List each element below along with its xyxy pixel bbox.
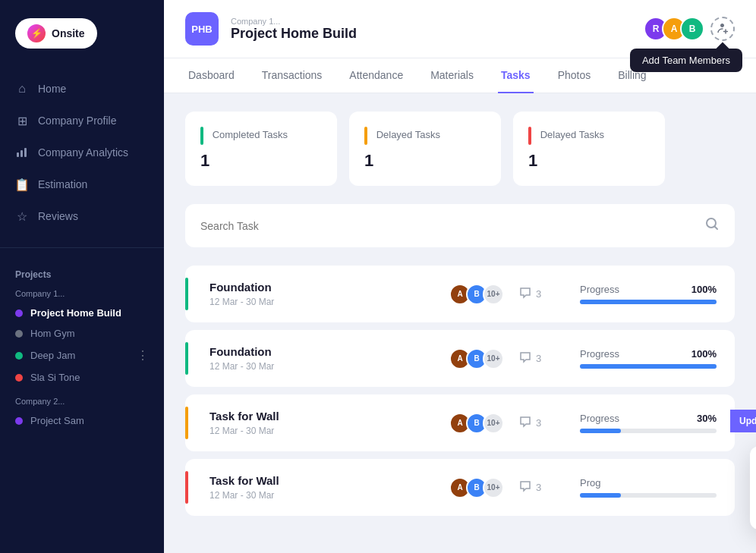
progress-bar-background xyxy=(580,364,717,369)
clipboard-icon: 📋 xyxy=(15,178,29,191)
projects-section: Projects Company 1... Project Home Build… xyxy=(0,257,164,443)
sidebar-item-company-analytics[interactable]: Company Analytics xyxy=(0,137,164,168)
progress-percent: 100% xyxy=(691,284,717,295)
sidebar-item-project-home-build[interactable]: Project Home Build xyxy=(15,303,149,323)
project-dot xyxy=(15,417,23,425)
task-avatar-more: 10+ xyxy=(483,477,504,498)
add-team-members-button[interactable] xyxy=(710,17,735,41)
tab-dashboard[interactable]: Dasboard xyxy=(185,58,238,93)
stat-indicator-yellow xyxy=(364,127,367,145)
task-info: Foundation 12 Mar - 30 Mar xyxy=(209,345,434,372)
sidebar-divider xyxy=(0,247,164,248)
progress-label: Progress xyxy=(580,284,619,295)
page-header: PHB Company 1... Project Home Build R A … xyxy=(164,0,756,58)
project-dot xyxy=(15,374,23,382)
svg-rect-0 xyxy=(17,152,19,157)
more-options-icon[interactable]: ⋮ xyxy=(137,348,149,363)
logo-button[interactable]: ⚡ Onsite xyxy=(15,18,97,49)
sidebar-item-label: Reviews xyxy=(38,210,78,222)
project-title: Project Home Build xyxy=(231,26,357,42)
company1-label: Company 1... xyxy=(15,289,149,298)
svg-rect-2 xyxy=(24,148,27,157)
sidebar-item-company-profile[interactable]: ⊞ Company Profile xyxy=(0,105,164,137)
task-date: 12 Mar - 30 Mar xyxy=(209,490,434,501)
project-item-label: Hom Gym xyxy=(30,328,75,339)
progress-header: Progress 100% xyxy=(580,284,717,295)
progress-label: Progress xyxy=(580,413,619,424)
search-container xyxy=(185,204,735,247)
main-area: PHB Company 1... Project Home Build R A … xyxy=(164,0,756,553)
sidebar-item-home[interactable]: ⌂ Home xyxy=(0,73,164,105)
stat-card-delayed2: Delayed Tasks 1 xyxy=(513,112,665,186)
task-name: Foundation xyxy=(209,281,434,294)
progress-label: Progress xyxy=(580,348,619,360)
progress-label: Prog xyxy=(580,477,600,489)
sidebar-item-estimation[interactable]: 📋 Estimation xyxy=(0,168,164,200)
grid-icon: ⊞ xyxy=(15,114,29,127)
avatar: B xyxy=(680,17,704,41)
header-left: PHB Company 1... Project Home Build xyxy=(185,12,357,46)
task-date: 12 Mar - 30 Mar xyxy=(209,297,434,307)
tab-attendance[interactable]: Attendance xyxy=(346,58,406,93)
task-status-indicator xyxy=(185,342,188,375)
task-avatar-stack: A B 10+ xyxy=(449,477,504,498)
project-dot xyxy=(15,352,23,360)
task-progress: Progress 30% xyxy=(580,413,717,433)
sidebar-item-deep-jam[interactable]: Deep Jam ⋮ xyxy=(15,344,149,367)
task-comments: 3 xyxy=(519,480,565,495)
task-avatar-stack: A B 10+ xyxy=(449,284,504,305)
analytics-icon xyxy=(15,146,29,159)
projects-label: Projects xyxy=(15,269,149,280)
search-input[interactable] xyxy=(200,220,704,232)
task-row: Foundation 12 Mar - 30 Mar A B 10+ 3 P xyxy=(185,266,735,322)
stat-label: Delayed Tasks xyxy=(364,127,486,145)
progress-header: Progress 100% xyxy=(580,348,717,360)
stat-label: Completed Tasks xyxy=(200,127,322,145)
sidebar-item-reviews[interactable]: ☆ Reviews xyxy=(0,200,164,232)
stat-indicator-red xyxy=(528,127,531,145)
stat-indicator-green xyxy=(200,127,203,145)
logo-text: Onsite xyxy=(52,27,85,39)
sidebar-navigation: ⌂ Home ⊞ Company Profile Company Analyti… xyxy=(0,67,164,238)
update-badge: Updc xyxy=(730,410,756,432)
sidebar-item-label: Estimation xyxy=(38,178,87,190)
comment-count: 3 xyxy=(536,353,541,364)
task-name: Foundation xyxy=(209,345,434,358)
task-progress: Progress 100% xyxy=(580,348,717,369)
task-name: Task for Wall xyxy=(209,474,434,487)
tab-transactions[interactable]: Transactions xyxy=(259,58,326,93)
comment-icon xyxy=(519,351,531,366)
project-item-label: Sla Si Tone xyxy=(30,372,80,383)
progress-update-popup: 30 Save xyxy=(750,446,756,529)
company-label: Company 1... xyxy=(231,17,357,26)
progress-header: Progress 30% xyxy=(580,413,717,424)
sidebar-item-label: Company Analytics xyxy=(38,146,128,159)
task-info: Foundation 12 Mar - 30 Mar xyxy=(209,281,434,307)
progress-percent: 100% xyxy=(691,348,717,360)
project-dot xyxy=(15,309,23,317)
stat-card-delayed1: Delayed Tasks 1 xyxy=(349,112,501,186)
star-icon: ☆ xyxy=(15,209,29,223)
task-info: Task for Wall 12 Mar - 30 Mar xyxy=(209,410,434,436)
tab-tasks[interactable]: Tasks xyxy=(498,58,534,93)
sidebar-logo-area: ⚡ Onsite xyxy=(0,0,164,67)
project-item-label: Deep Jam xyxy=(30,350,75,361)
content-area: Completed Tasks 1 Delayed Tasks 1 Delaye… xyxy=(164,93,756,553)
progress-bar-fill xyxy=(580,493,621,498)
sidebar-item-label: Company Profile xyxy=(38,115,117,127)
tab-materials[interactable]: Materials xyxy=(427,58,477,93)
stat-value-delayed1: 1 xyxy=(364,151,486,171)
svg-line-6 xyxy=(715,227,718,230)
task-date: 12 Mar - 30 Mar xyxy=(209,361,434,372)
task-date: 12 Mar - 30 Mar xyxy=(209,426,434,436)
task-comments: 3 xyxy=(519,287,565,302)
project-info: Company 1... Project Home Build xyxy=(231,17,357,42)
progress-bar-fill xyxy=(580,300,717,304)
tab-photos[interactable]: Photos xyxy=(555,58,594,93)
sidebar-item-hom-gym[interactable]: Hom Gym xyxy=(15,323,149,344)
sidebar-item-sla-si-tone[interactable]: Sla Si Tone xyxy=(15,367,149,388)
project-badge: PHB xyxy=(185,12,219,46)
sidebar-item-project-sam[interactable]: Project Sam xyxy=(15,410,149,431)
task-avatar-more: 10+ xyxy=(483,284,504,305)
header-right: R A B Add Team Members xyxy=(644,17,735,41)
